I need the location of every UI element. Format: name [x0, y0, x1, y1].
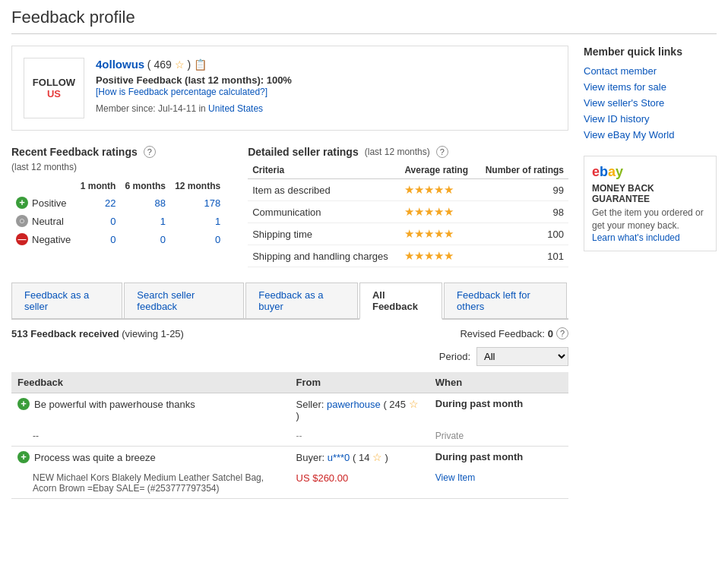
count-cell: 98	[476, 201, 568, 223]
count-cell: 101	[476, 245, 568, 267]
from-link[interactable]: pawerhouse	[327, 399, 381, 410]
tab-all[interactable]: All Feedback	[359, 282, 442, 320]
criteria-cell: Item as described	[248, 179, 400, 201]
pos-icon: +	[16, 197, 28, 209]
detailed-ratings-title: Detailed seller ratings	[248, 146, 359, 158]
rating-value: 1	[120, 212, 170, 230]
star-icon: ☆	[175, 58, 185, 71]
feedback-text: Be powerful with pawerhouse thanks	[34, 399, 195, 410]
star-rating: ★★★★★	[404, 227, 454, 240]
when-text: During past month	[435, 451, 524, 462]
table-row: Communication ★★★★★ 98	[248, 201, 568, 223]
table-row: ○ Neutral 011	[11, 212, 225, 230]
table-row: + Process was quite a breeze Buyer: u***…	[11, 447, 568, 469]
star-rating: ★★★★★	[404, 205, 454, 218]
count-cell: 99	[476, 179, 568, 201]
list-item: View eBay My World	[584, 129, 717, 140]
rating-value: 178	[170, 194, 225, 212]
th-feedback: Feedback	[11, 372, 290, 393]
when-sub-cell: Private	[429, 426, 568, 447]
list-item: Contact member	[584, 65, 717, 77]
username-link[interactable]: 4ollowus	[96, 58, 144, 71]
table-row: Shipping and handling charges ★★★★★ 101	[248, 245, 568, 267]
page-title: Feedback profile	[11, 8, 717, 34]
feedback-tabs: Feedback as a sellerSearch seller feedba…	[11, 282, 568, 320]
row-label: — Negative	[11, 230, 76, 248]
recent-ratings-table: 1 month 6 months 12 months + Positive 22…	[11, 178, 225, 248]
when-sub: Private	[435, 431, 464, 441]
count-cell: 100	[476, 223, 568, 245]
recent-ratings-help[interactable]: ?	[144, 146, 156, 158]
star-rating: ★★★★★	[404, 249, 454, 262]
positive-feedback-text: Positive Feedback (last 12 months): 100%	[96, 74, 556, 86]
period-select[interactable]: AllLast monthLast 6 monthsLast 12 months	[476, 347, 568, 366]
recent-ratings-subtitle: (last 12 months)	[11, 162, 225, 172]
period-row: Period: AllLast monthLast 6 monthsLast 1…	[11, 347, 568, 366]
table-row: — Negative 000	[11, 230, 225, 248]
sidebar-link[interactable]: Contact member	[584, 65, 657, 77]
guarantee-title: MONEY BACK GUARANTEE	[592, 183, 708, 204]
item-desc: NEW Michael Kors Blakely Medium Leather …	[33, 472, 264, 494]
learn-link[interactable]: Learn what's included	[592, 232, 680, 243]
tab-buyer[interactable]: Feedback as a buyer	[245, 282, 358, 318]
sidebar-link[interactable]: View ID history	[584, 113, 649, 125]
copy-icon[interactable]: 📋	[194, 58, 207, 71]
country-link[interactable]: United States	[208, 103, 263, 114]
sidebar-link[interactable]: View seller's Store	[584, 97, 664, 109]
col-label	[11, 178, 76, 194]
detailed-ratings-help[interactable]: ?	[436, 146, 448, 158]
rating-value: 88	[120, 194, 170, 212]
from-cell: Buyer: u***0 ( 14 ☆ )	[290, 447, 429, 469]
table-row: Item as described ★★★★★ 99	[248, 179, 568, 201]
sidebar-link[interactable]: View eBay My World	[584, 129, 674, 140]
pos-icon: +	[17, 451, 30, 463]
how-calculated-link[interactable]: [How is Feedback percentage calculated?]	[96, 87, 267, 97]
col-12month: 12 months	[170, 178, 225, 194]
list-item: View seller's Store	[584, 97, 717, 109]
tab-search[interactable]: Search seller feedback	[124, 282, 244, 318]
rating-value: 0	[120, 230, 170, 248]
sidebar-title: Member quick links	[584, 46, 717, 58]
from-link[interactable]: u***0	[328, 452, 350, 463]
feedback-count: 513 Feedback received (viewing 1-25)	[11, 328, 184, 339]
from-sub-cell: US $260.00	[290, 468, 429, 499]
star-icon: ☆	[409, 398, 419, 410]
stars-cell: ★★★★★	[400, 179, 476, 201]
recent-ratings: Recent Feedback ratings ? (last 12 month…	[11, 146, 225, 267]
logo-follow-text: FOLLOW	[33, 77, 75, 88]
detailed-ratings: Detailed seller ratings (last 12 months)…	[248, 146, 568, 267]
when-text: During past month	[435, 398, 524, 409]
revised-help[interactable]: ?	[556, 327, 568, 339]
neg-icon: —	[16, 233, 28, 245]
criteria-cell: Shipping time	[248, 223, 400, 245]
th-from: From	[290, 372, 429, 393]
ebay-logo: ebay	[592, 164, 623, 179]
detailed-table: Criteria Average rating Number of rating…	[248, 162, 568, 267]
when-cell: During past month	[429, 393, 568, 427]
feedback-table: Feedback From When + Be powerful with pa…	[11, 372, 568, 499]
feedback-text-cell: + Process was quite a breeze	[11, 447, 290, 469]
view-item-link[interactable]: View Item	[435, 472, 475, 483]
criteria-cell: Shipping and handling charges	[248, 245, 400, 267]
feedback-text-cell: + Be powerful with pawerhouse thanks	[11, 393, 290, 427]
tab-seller[interactable]: Feedback as a seller	[11, 282, 122, 318]
item-desc: --	[33, 431, 39, 441]
stars-cell: ★★★★★	[400, 223, 476, 245]
tab-others[interactable]: Feedback left for others	[444, 282, 567, 318]
table-row: + Be powerful with pawerhouse thanks Sel…	[11, 393, 568, 427]
table-row: Shipping time ★★★★★ 100	[248, 223, 568, 245]
price: US $260.00	[296, 472, 349, 484]
sidebar-link[interactable]: View items for sale	[584, 81, 666, 93]
th-when: When	[429, 372, 568, 393]
detailed-ratings-subtitle: (last 12 months)	[365, 147, 430, 157]
when-cell: During past month	[429, 447, 568, 469]
ratings-section: Recent Feedback ratings ? (last 12 month…	[11, 146, 568, 267]
row-label: + Positive	[11, 194, 76, 212]
num-header: Number of ratings	[476, 162, 568, 179]
from-sub-cell: --	[290, 426, 429, 447]
star-rating: ★★★★★	[404, 183, 454, 196]
feedback-text: Process was quite a breeze	[34, 452, 156, 463]
member-since: Member since: Jul-14-11 in United States	[96, 103, 556, 114]
revised-feedback: Revised Feedback: 0 ?	[460, 327, 568, 339]
guarantee-text: Get the item you ordered or get your mon…	[592, 207, 708, 232]
